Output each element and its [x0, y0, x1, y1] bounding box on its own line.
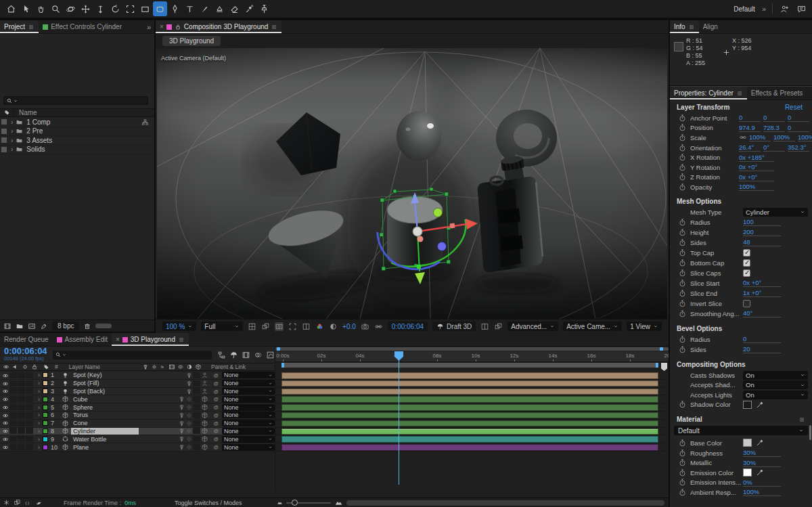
- reset-button[interactable]: Reset: [785, 104, 803, 111]
- collapse-toggle-icon[interactable]: [185, 420, 193, 427]
- braces-icon[interactable]: [24, 499, 32, 506]
- work-area-end-handle[interactable]: [656, 363, 658, 368]
- 3d-layer-toggle-icon[interactable]: [201, 435, 208, 443]
- layer-row[interactable]: › 2 Spot (Fill) None: [0, 380, 275, 388]
- toolbar-tool[interactable]: [138, 1, 152, 16]
- property-value[interactable]: 40°: [743, 309, 781, 317]
- layer-name-column-header[interactable]: Layer Name: [69, 363, 100, 370]
- color-swatch[interactable]: [743, 401, 752, 409]
- tab-3d-playground[interactable]: × 3D Playground: [112, 333, 189, 346]
- stopwatch-icon[interactable]: [678, 248, 687, 257]
- collapse-toggle-icon[interactable]: [185, 403, 193, 411]
- shy-toggle-icon[interactable]: [185, 388, 193, 395]
- solo-toggle-cell[interactable]: [18, 380, 25, 387]
- layer-label-swatch[interactable]: [43, 437, 48, 442]
- panel-menu-icon[interactable]: [28, 24, 35, 30]
- exposure-icon[interactable]: [329, 322, 338, 331]
- property-checkbox[interactable]: [743, 249, 750, 257]
- region-of-interest-icon[interactable]: [288, 322, 297, 331]
- toolbar-tool[interactable]: [19, 1, 33, 16]
- expand-chevron-icon[interactable]: ›: [11, 118, 13, 126]
- parent-link-column-header[interactable]: Parent & Link: [211, 363, 246, 370]
- layer-name[interactable]: Sphere: [71, 404, 95, 411]
- interpret-footage-icon[interactable]: [3, 322, 12, 330]
- close-icon[interactable]: ×: [160, 23, 164, 30]
- toggle-switches-modes-button[interactable]: Toggle Switches / Modes: [175, 500, 242, 506]
- number-column-header[interactable]: #: [55, 363, 58, 370]
- eye-icon[interactable]: [2, 444, 9, 451]
- preview-timecode[interactable]: 0:00:06:04: [388, 322, 428, 331]
- layer-row[interactable]: › 7 Cone None: [0, 420, 275, 428]
- lock-toggle-cell[interactable]: [26, 404, 33, 410]
- layer-duration-bar[interactable]: [281, 420, 658, 427]
- layer-row[interactable]: › 8 Cylinder None: [0, 428, 275, 436]
- light-3d-icon[interactable]: [201, 372, 208, 379]
- layer-duration-bar[interactable]: [281, 404, 658, 411]
- solo-toggle-cell[interactable]: [18, 372, 25, 378]
- eye-icon[interactable]: [2, 380, 9, 387]
- parent-dropdown[interactable]: None: [222, 396, 275, 403]
- stopwatch-icon[interactable]: [678, 488, 687, 497]
- layer-duration-bar[interactable]: [281, 444, 658, 451]
- 3d-column-icon[interactable]: [195, 363, 202, 370]
- layer-name[interactable]: Cylinder: [71, 428, 139, 435]
- expand-chevron-icon[interactable]: ›: [38, 436, 40, 443]
- switch-cell[interactable]: [193, 444, 200, 450]
- project-item-row[interactable]: › 3 Assets: [0, 136, 154, 146]
- shy-toggle-icon[interactable]: [178, 443, 185, 451]
- layer-name[interactable]: Spot (Fill): [71, 380, 102, 387]
- eye-icon[interactable]: [2, 396, 9, 403]
- show-snapshot-icon[interactable]: [374, 322, 383, 331]
- video-column-icon[interactable]: [3, 363, 9, 370]
- property-value[interactable]: 0: [743, 335, 781, 343]
- tab-project[interactable]: Project: [0, 20, 39, 33]
- switch-cell[interactable]: [193, 436, 200, 442]
- layer-name[interactable]: Cube: [71, 396, 90, 403]
- solo-toggle-cell[interactable]: [18, 404, 25, 410]
- property-value-x[interactable]: 26.4°: [739, 144, 761, 152]
- tab-assembly-edit[interactable]: Assembly Edit: [53, 333, 112, 346]
- property-value-z[interactable]: 352.3°: [788, 144, 809, 152]
- layer-label-swatch[interactable]: [43, 405, 48, 410]
- stopwatch-icon[interactable]: [678, 183, 687, 192]
- property-checkbox[interactable]: [743, 259, 750, 267]
- layer-name[interactable]: Spot (Back): [71, 388, 107, 395]
- timeline-zoom-slider[interactable]: [286, 502, 331, 504]
- timeline-graph-area[interactable]: 0:00s 02s 04s: [275, 347, 669, 492]
- stopwatch-icon[interactable]: [678, 144, 687, 152]
- eye-icon[interactable]: [2, 404, 9, 411]
- light-3d-icon[interactable]: [201, 388, 208, 395]
- solo-toggle-cell[interactable]: [18, 412, 25, 418]
- horizontal-scrollbar[interactable]: [346, 500, 664, 506]
- viewport-canvas[interactable]: Active Camera (Default): [157, 48, 667, 319]
- toolbar-tool[interactable]: [49, 1, 63, 16]
- tab-effect-controls[interactable]: Effect Controls Cylinder: [39, 20, 126, 33]
- parent-dropdown[interactable]: None: [222, 436, 275, 443]
- parent-dropdown[interactable]: None: [222, 388, 275, 395]
- parent-pickwhip-icon[interactable]: [212, 372, 220, 379]
- 3d-layer-toggle-icon[interactable]: [201, 427, 208, 435]
- motion-blur-column-icon[interactable]: [177, 363, 184, 370]
- draft-3d-button[interactable]: Draft 3D: [432, 322, 476, 331]
- property-checkbox[interactable]: [743, 300, 750, 307]
- property-dropdown[interactable]: On: [743, 371, 808, 380]
- lock-toggle-cell[interactable]: [26, 444, 33, 450]
- lock-toggle-cell[interactable]: [26, 420, 33, 426]
- layer-name[interactable]: Spot (Key): [71, 372, 104, 378]
- switch-cell[interactable]: [193, 412, 200, 418]
- collapse-toggle-icon[interactable]: [185, 427, 193, 435]
- expand-chevron-icon[interactable]: ›: [38, 444, 40, 451]
- switch-cell[interactable]: [193, 396, 200, 402]
- comments-icon[interactable]: [796, 4, 807, 14]
- property-value-x[interactable]: 100%: [749, 133, 771, 141]
- panel-overflow-chevrons[interactable]: »: [147, 23, 154, 31]
- audio-toggle-cell[interactable]: [9, 380, 17, 387]
- shy-column-icon[interactable]: [142, 363, 149, 370]
- layer-label-swatch[interactable]: [43, 428, 48, 434]
- lock-toggle-cell[interactable]: [26, 428, 33, 434]
- property-value[interactable]: 30%: [743, 459, 781, 467]
- exposure-value[interactable]: +0.0: [342, 323, 356, 330]
- graph-editor-icon[interactable]: [266, 351, 275, 359]
- stopwatch-icon[interactable]: [678, 269, 687, 278]
- magnification-dropdown[interactable]: 100 %: [162, 322, 196, 331]
